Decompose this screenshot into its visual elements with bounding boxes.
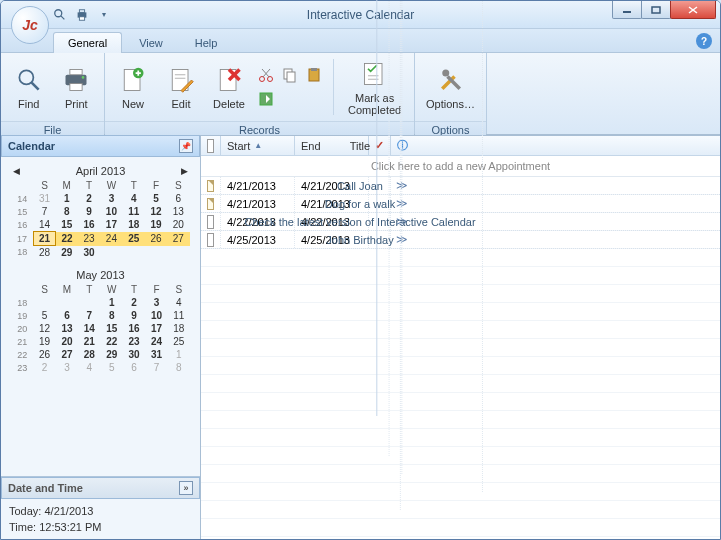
calendar-day[interactable]: 9 bbox=[78, 205, 100, 218]
calendar-day[interactable]: 17 bbox=[145, 322, 167, 335]
calendar-day[interactable] bbox=[123, 246, 145, 260]
calendar-day[interactable]: 17 bbox=[100, 218, 122, 232]
col-icon[interactable] bbox=[201, 136, 221, 155]
calendar-day[interactable]: 9 bbox=[123, 309, 145, 322]
edit-button[interactable]: Edit bbox=[159, 55, 203, 119]
calendar-day[interactable]: 5 bbox=[33, 309, 55, 322]
calendar-day[interactable]: 22 bbox=[101, 335, 123, 348]
calendar-day[interactable]: 11 bbox=[123, 205, 145, 218]
calendar-day[interactable]: 27 bbox=[167, 232, 189, 246]
close-button[interactable] bbox=[670, 1, 716, 19]
calendar-day[interactable]: 20 bbox=[167, 218, 189, 232]
search-icon[interactable] bbox=[51, 6, 69, 24]
calendar-day[interactable]: 14 bbox=[78, 322, 100, 335]
calendar-day[interactable]: 29 bbox=[101, 348, 123, 361]
calendar-day[interactable]: 6 bbox=[167, 192, 189, 205]
calendar-day[interactable]: 1 bbox=[101, 296, 123, 309]
calendar-day[interactable]: 7 bbox=[78, 309, 100, 322]
calendar-day[interactable]: 18 bbox=[123, 218, 145, 232]
calendar-day[interactable]: 2 bbox=[78, 192, 100, 205]
calendar-day[interactable]: 25 bbox=[168, 335, 190, 348]
calendar-day[interactable] bbox=[167, 246, 189, 260]
calendar-day[interactable]: 7 bbox=[145, 361, 167, 374]
calendar-day[interactable]: 28 bbox=[78, 348, 100, 361]
calendar-day[interactable]: 24 bbox=[145, 335, 167, 348]
qat-dropdown-icon[interactable]: ▾ bbox=[95, 6, 113, 24]
new-button[interactable]: New bbox=[111, 55, 155, 119]
find-button[interactable]: Find bbox=[7, 55, 51, 119]
calendar-day[interactable]: 20 bbox=[56, 335, 78, 348]
appointment-row[interactable]: Check the latest version of Interactive … bbox=[201, 213, 720, 231]
app-menu-icon[interactable]: Jc bbox=[11, 6, 49, 44]
calendar-day[interactable]: 10 bbox=[100, 205, 122, 218]
calendar-grid-2[interactable]: SMTWTFS181234195678910112012131415161718… bbox=[11, 283, 190, 374]
calendar-day[interactable]: 15 bbox=[101, 322, 123, 335]
calendar-day[interactable]: 26 bbox=[145, 232, 167, 246]
print-button[interactable]: Print bbox=[55, 55, 99, 119]
calendar-day[interactable]: 13 bbox=[167, 205, 189, 218]
calendar-day[interactable]: 21 bbox=[33, 232, 55, 246]
pin-icon[interactable]: 📌 bbox=[179, 139, 193, 153]
prev-month-icon[interactable]: ◀ bbox=[13, 166, 20, 176]
calendar-day[interactable]: 11 bbox=[168, 309, 190, 322]
calendar-day[interactable]: 14 bbox=[33, 218, 55, 232]
calendar-day[interactable]: 23 bbox=[78, 232, 100, 246]
calendar-day[interactable]: 30 bbox=[123, 348, 145, 361]
calendar-day[interactable]: 2 bbox=[33, 361, 55, 374]
calendar-day[interactable]: 18 bbox=[168, 322, 190, 335]
calendar-day[interactable]: 5 bbox=[145, 192, 167, 205]
calendar-day[interactable] bbox=[145, 246, 167, 260]
calendar-day[interactable]: 21 bbox=[78, 335, 100, 348]
calendar-day[interactable]: 3 bbox=[100, 192, 122, 205]
calendar-day[interactable]: 31 bbox=[145, 348, 167, 361]
calendar-day[interactable]: 12 bbox=[145, 205, 167, 218]
calendar-day[interactable]: 19 bbox=[33, 335, 55, 348]
calendar-day[interactable]: 8 bbox=[56, 205, 78, 218]
calendar-day[interactable]: 27 bbox=[56, 348, 78, 361]
calendar-day[interactable]: 1 bbox=[168, 348, 190, 361]
calendar-day[interactable]: 3 bbox=[56, 361, 78, 374]
minimize-button[interactable] bbox=[612, 1, 642, 19]
calendar-day[interactable]: 4 bbox=[78, 361, 100, 374]
calendar-day[interactable]: 29 bbox=[56, 246, 78, 260]
next-month-icon[interactable]: ▶ bbox=[181, 166, 188, 176]
calendar-day[interactable]: 4 bbox=[123, 192, 145, 205]
calendar-day[interactable]: 25 bbox=[123, 232, 145, 246]
calendar-grid-1[interactable]: SMTWTFS143112345615789101112131614151617… bbox=[11, 179, 190, 259]
calendar-day[interactable]: 6 bbox=[56, 309, 78, 322]
calendar-day[interactable]: 15 bbox=[56, 218, 78, 232]
calendar-day[interactable]: 12 bbox=[33, 322, 55, 335]
print-icon[interactable] bbox=[73, 6, 91, 24]
calendar-day[interactable]: 4 bbox=[168, 296, 190, 309]
calendar-day[interactable]: 16 bbox=[123, 322, 145, 335]
tab-general[interactable]: General bbox=[53, 32, 122, 53]
calendar-day[interactable]: 3 bbox=[145, 296, 167, 309]
calendar-day[interactable]: 8 bbox=[101, 309, 123, 322]
calendar-day[interactable]: 24 bbox=[100, 232, 122, 246]
calendar-day[interactable]: 28 bbox=[33, 246, 55, 260]
calendar-day[interactable]: 19 bbox=[145, 218, 167, 232]
mini-calendar-may[interactable]: May 2013 SMTWTFS181234195678910112012131… bbox=[11, 267, 190, 374]
calendar-day[interactable]: 16 bbox=[78, 218, 100, 232]
help-icon[interactable]: ? bbox=[696, 33, 712, 49]
tab-view[interactable]: View bbox=[124, 32, 178, 53]
maximize-button[interactable] bbox=[641, 1, 671, 19]
calendar-day[interactable] bbox=[33, 296, 55, 309]
calendar-day[interactable] bbox=[56, 296, 78, 309]
collapse-icon[interactable]: » bbox=[179, 481, 193, 495]
calendar-day[interactable]: 30 bbox=[78, 246, 100, 260]
calendar-day[interactable]: 26 bbox=[33, 348, 55, 361]
calendar-day[interactable]: 10 bbox=[145, 309, 167, 322]
calendar-day[interactable] bbox=[78, 296, 100, 309]
calendar-day[interactable]: 13 bbox=[56, 322, 78, 335]
calendar-day[interactable]: 23 bbox=[123, 335, 145, 348]
calendar-day[interactable]: 2 bbox=[123, 296, 145, 309]
calendar-day[interactable]: 31 bbox=[33, 192, 55, 205]
calendar-day[interactable]: 1 bbox=[56, 192, 78, 205]
calendar-day[interactable]: 6 bbox=[123, 361, 145, 374]
tab-help[interactable]: Help bbox=[180, 32, 233, 53]
calendar-day[interactable]: 5 bbox=[101, 361, 123, 374]
calendar-day[interactable]: 22 bbox=[56, 232, 78, 246]
mini-calendar-april[interactable]: ◀ April 2013 ▶ SMTWTFS143112345615789101… bbox=[11, 163, 190, 259]
calendar-day[interactable]: 7 bbox=[33, 205, 55, 218]
